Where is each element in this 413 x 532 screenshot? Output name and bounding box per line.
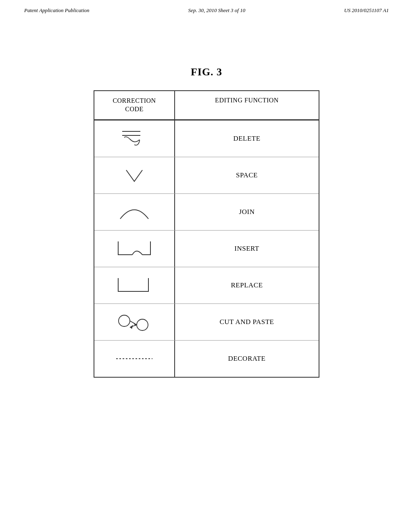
table-row: CUT AND PASTE xyxy=(94,304,319,341)
cell-function-space: SPACE xyxy=(175,157,319,193)
cut-paste-symbol-icon xyxy=(110,309,159,335)
cell-function-delete: DELETE xyxy=(175,121,319,157)
page-content: FIG. 3 CORRECTIONCODE EDITING FUNCTION D… xyxy=(0,14,413,378)
col-header-function: EDITING FUNCTION xyxy=(175,91,319,119)
header-right: US 2010/0251107 A1 xyxy=(344,7,389,14)
table-row: REPLACE xyxy=(94,267,319,304)
table-row: JOIN xyxy=(94,194,319,231)
delete-symbol-icon xyxy=(110,125,159,152)
header-left: Patent Application Publication xyxy=(24,7,90,14)
table-row: SPACE xyxy=(94,157,319,194)
insert-symbol-icon xyxy=(110,235,159,262)
table-row: DELETE xyxy=(94,121,319,157)
col-header-code: CORRECTIONCODE xyxy=(94,91,175,119)
decorate-symbol-icon xyxy=(110,345,159,372)
cell-code-cut-paste xyxy=(94,304,175,340)
table-row: INSERT xyxy=(94,231,319,267)
cell-code-decorate xyxy=(94,341,175,377)
cell-code-insert xyxy=(94,231,175,267)
page-header: Patent Application Publication Sep. 30, … xyxy=(0,0,413,14)
figure-title: FIG. 3 xyxy=(191,66,222,78)
table-header: CORRECTIONCODE EDITING FUNCTION xyxy=(94,91,319,121)
cell-code-join xyxy=(94,194,175,230)
replace-symbol-icon xyxy=(110,272,159,298)
cell-code-space xyxy=(94,157,175,193)
cell-function-insert: INSERT xyxy=(175,231,319,267)
cell-code-replace xyxy=(94,267,175,303)
table-row: DECORATE xyxy=(94,341,319,377)
cell-function-join: JOIN xyxy=(175,194,319,230)
cell-function-decorate: DECORATE xyxy=(175,341,319,377)
cell-function-replace: REPLACE xyxy=(175,267,319,303)
join-symbol-icon xyxy=(110,199,159,225)
cell-function-cut-paste: CUT AND PASTE xyxy=(175,304,319,340)
space-symbol-icon xyxy=(110,162,159,188)
cell-code-delete xyxy=(94,121,175,157)
svg-point-2 xyxy=(119,315,130,326)
header-center: Sep. 30, 2010 Sheet 3 of 10 xyxy=(188,7,246,14)
svg-point-3 xyxy=(137,319,148,330)
main-table: CORRECTIONCODE EDITING FUNCTION DELETE xyxy=(94,90,319,378)
